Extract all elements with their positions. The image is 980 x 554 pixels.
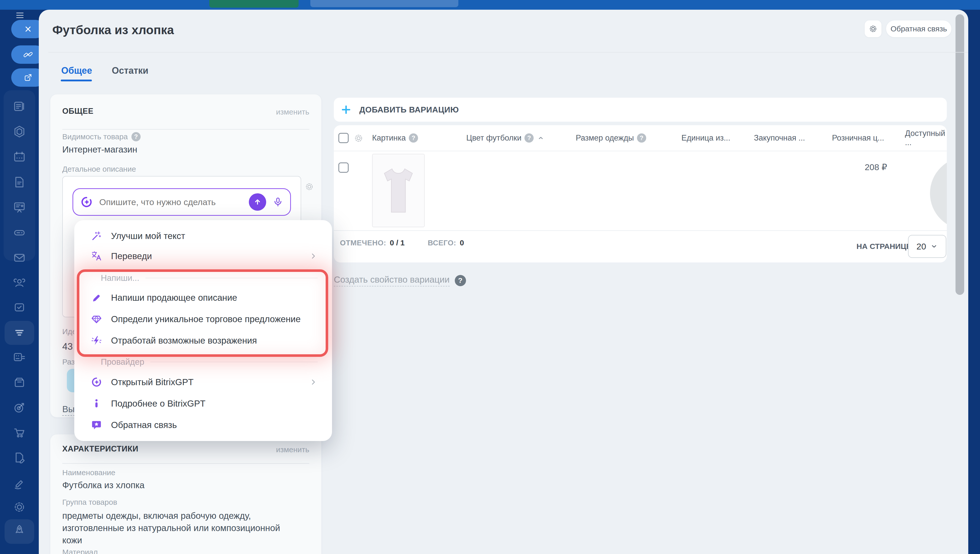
identifier-value: 43 (62, 341, 73, 352)
column-header[interactable]: Цвет футболки (466, 134, 521, 143)
diamond-icon (91, 313, 102, 325)
header-divider (48, 52, 968, 53)
column-header[interactable]: Закупочная ... (754, 134, 805, 143)
characteristics-card: ХАРАКТЕРИСТИКИ изменить Наименование Фут… (50, 435, 321, 554)
per-page-value: 20 (916, 242, 926, 252)
tab-stock[interactable]: Остатки (112, 65, 148, 76)
total-label: ВСЕГО: (428, 239, 456, 247)
copilot-prompt-field[interactable] (99, 197, 249, 207)
chevron-right-icon (309, 252, 318, 260)
sidebar-item-contracts[interactable] (12, 451, 27, 465)
characteristics-card-title: ХАРАКТЕРИСТИКИ (62, 444, 138, 454)
caret-down-icon (930, 243, 938, 250)
chevron-right-icon (309, 378, 318, 387)
question-icon[interactable] (131, 132, 140, 141)
copilot-send-button[interactable] (249, 193, 266, 211)
add-variation-button[interactable]: ДОБАВИТЬ ВАРИАЦИЮ (359, 105, 459, 115)
menu-item-feedback[interactable]: Обратная связь (74, 414, 332, 436)
sidebar-item-mail[interactable] (12, 250, 27, 265)
editor-gear-icon[interactable] (304, 181, 314, 192)
tab-general-underline (61, 80, 92, 81)
topbar-search-input[interactable] (310, 0, 458, 7)
name-field-value: Футболка из хлопка (62, 480, 145, 490)
select-all-checkbox[interactable] (338, 133, 349, 143)
chevron-right-icon (943, 181, 947, 206)
name-field-label: Наименование (62, 468, 115, 477)
close-icon (23, 24, 33, 34)
menu-item-open-bitrixgpt[interactable]: Открытый BitrixGPT (74, 371, 332, 393)
divider (62, 129, 309, 130)
question-icon[interactable] (524, 134, 534, 143)
section-label: Раз (62, 358, 75, 366)
sidebar-item-rocket[interactable] (12, 524, 27, 538)
page-settings-button[interactable] (865, 21, 881, 37)
link-icon (23, 49, 33, 60)
menu-icon[interactable] (14, 10, 25, 21)
variation-image-cell[interactable] (372, 154, 425, 227)
characteristics-card-edit-link[interactable]: изменить (276, 445, 309, 454)
sidebar-item-filter[interactable] (12, 325, 27, 340)
sidebar-item-people[interactable] (12, 276, 27, 290)
sidebar-item-settings[interactable] (12, 500, 27, 514)
description-label: Детальное описание (62, 165, 136, 174)
copilot-icon (80, 195, 93, 209)
divider (145, 278, 318, 278)
menu-item-improve-text[interactable]: Улучши мой текст (74, 225, 332, 247)
sidebar-item-planner[interactable] (12, 350, 27, 364)
column-header[interactable]: Единица из... (681, 134, 730, 143)
sidebar-item-whiteboard[interactable] (12, 200, 27, 215)
sidebar-item-news[interactable] (12, 99, 27, 113)
column-header[interactable]: Картинка (372, 134, 406, 143)
send-arrow-icon (252, 197, 263, 207)
divider (150, 362, 318, 362)
menu-item-define-usp[interactable]: Определи уникальное торговое предложение (74, 308, 332, 330)
checked-label: ОТМЕЧЕНО: (340, 239, 386, 247)
menu-item-translate[interactable]: Переведи (74, 245, 332, 267)
page-feedback-button[interactable]: Обратная связь (886, 21, 951, 37)
question-icon[interactable] (637, 134, 646, 143)
microphone-icon[interactable] (272, 196, 284, 208)
menu-item-handle-objections[interactable]: Отработай возможные возражения (74, 330, 332, 351)
sidebar-item-calendar[interactable] (12, 150, 27, 164)
retail-price-cell: 208 ₽ (832, 162, 887, 172)
question-icon[interactable] (409, 134, 418, 143)
general-card-edit-link[interactable]: изменить (276, 108, 309, 116)
copilot-dropdown-menu: Улучши мой текст Переведи Напиши... Напи… (74, 220, 332, 441)
question-icon[interactable] (455, 275, 466, 286)
lightning-icon (91, 334, 102, 346)
divider (334, 230, 947, 231)
create-variation-property-link[interactable]: Создать свойство вариации (334, 274, 450, 287)
column-header[interactable]: Розничная ц... (832, 134, 884, 143)
add-variation-row: ДОБАВИТЬ ВАРИАЦИЮ (334, 98, 947, 122)
menu-item-write-selling-description[interactable]: Напиши продающее описание (74, 287, 332, 308)
column-header[interactable]: Размер одежды (576, 134, 634, 143)
copilot-prompt-input[interactable] (72, 188, 291, 216)
caret-up-icon (537, 134, 545, 142)
tab-general[interactable]: Общее (61, 65, 92, 76)
per-page-label: НА СТРАНИЦЕ: (856, 242, 914, 251)
pen-icon (91, 292, 102, 304)
external-link-icon (23, 72, 33, 83)
page-title: Футболка из хлопка (52, 23, 174, 37)
topbar-green-button[interactable] (209, 0, 299, 8)
sidebar-item-drive[interactable] (12, 226, 27, 240)
divider (334, 151, 947, 151)
panel-scrollbar[interactable] (956, 14, 964, 295)
divider (62, 463, 309, 464)
row-checkbox[interactable] (338, 162, 349, 173)
visibility-value: Интернет-магазин (62, 144, 137, 154)
sidebar-item-shop[interactable] (12, 426, 27, 440)
menu-item-about-bitrixgpt[interactable]: Подробнее о BitrixGPT (74, 393, 332, 414)
scroll-columns-right-button[interactable] (930, 157, 947, 230)
translate-icon (91, 250, 102, 262)
sidebar-item-storage[interactable] (12, 375, 27, 390)
sidebar-item-sign[interactable] (12, 476, 27, 490)
compute-link[interactable]: Вы (62, 404, 75, 416)
per-page-select[interactable]: 20 (908, 235, 946, 258)
sidebar-item-crm[interactable] (12, 124, 27, 139)
sidebar-item-marketing[interactable] (12, 400, 27, 415)
sidebar-item-tasks[interactable] (12, 300, 27, 315)
grid-settings-gear-icon[interactable] (353, 133, 364, 143)
sidebar-item-documents[interactable] (12, 175, 27, 189)
column-header[interactable]: Доступный ... (905, 129, 947, 147)
